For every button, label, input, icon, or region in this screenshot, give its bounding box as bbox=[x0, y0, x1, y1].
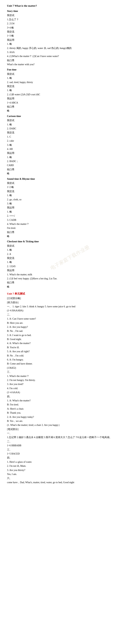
story-try-label: 我尝试 bbox=[7, 14, 133, 17]
cartoon-ex-2: 2. cake bbox=[7, 139, 133, 143]
cartoon-try-1: 1. 略 bbox=[7, 123, 133, 126]
test-section1-answer: (1~6 BAAABA) bbox=[7, 309, 133, 312]
checkout-speaking-label: 拓口秀 bbox=[7, 281, 133, 284]
test-s2-6b: B: Come and have dinner. bbox=[7, 362, 133, 366]
sound-ex-1: 1. 略 bbox=[7, 194, 133, 197]
w-s4-4: Yes, I am. bbox=[7, 472, 133, 476]
test-s2-answer: (136452) bbox=[7, 366, 133, 370]
cartoon-use-2b: CABD bbox=[7, 164, 133, 167]
sound-ex-2: 2. go, cloth, so bbox=[7, 198, 133, 202]
test-section3-label: 三、 bbox=[7, 370, 133, 374]
sound-rhyme-section: Sound time & Rhyme time 我尝试 1~2 略 我交流 1.… bbox=[7, 177, 133, 238]
cartoon-ex-1: 1. C bbox=[7, 135, 133, 139]
checkout-ticking-section: Checkout time & Ticking time 我尝试 1. 略 2.… bbox=[7, 240, 133, 289]
checkout-ex-2: 2. 13245 bbox=[7, 264, 133, 268]
story-speaking-1: What's the matter with you? bbox=[7, 62, 133, 66]
checkout-ex-1: 1. 略 bbox=[7, 260, 133, 264]
test-s2-3b: B: Good night. bbox=[7, 338, 133, 341]
fun-try-1: 1. 略 bbox=[7, 76, 133, 80]
cartoon-speaking-1: 略 bbox=[7, 172, 133, 176]
w-section3-label: 三、 bbox=[7, 448, 133, 452]
w-s6-1: come have，Dad, What's, matter, tired, wa… bbox=[7, 480, 133, 484]
oral-part-label: [口试部分略] bbox=[7, 296, 133, 300]
w-s1-1: 1.忘记带 2.做好 3.遇点水 4.去睡觉 5.我不渴 6.觉得大大 7.怎么… bbox=[7, 436, 133, 439]
fun-speaking-label: 拓口秀 bbox=[7, 105, 133, 109]
story-use-1: 1. 略 bbox=[7, 42, 133, 46]
fun-exchange-label: 我交流 bbox=[7, 84, 133, 88]
test-s4-answer: (1. What's the matter; tired; a chair 2.… bbox=[7, 423, 133, 427]
fun-use-label: 我运用 bbox=[7, 97, 133, 100]
unit7-header: Unit 7 What is the matter? bbox=[7, 4, 133, 8]
test-s4-1d: B: Thank you. bbox=[7, 411, 133, 415]
test-s3-3: 3. Are you tired? bbox=[7, 382, 133, 386]
fun-speaking-1: 略 bbox=[7, 109, 133, 113]
story-use-label: 我运用 bbox=[7, 38, 133, 42]
test-s4-2b: B: Yes，we are. bbox=[7, 419, 133, 423]
story-speaking-label: 拓口秀 bbox=[7, 58, 133, 62]
test-s2-5b: B: No，I'm cold. bbox=[7, 354, 133, 358]
story-2: 2. 2134 bbox=[7, 22, 133, 26]
sound-use-2: 2. ×××√ bbox=[7, 214, 133, 218]
cartoon-speaking-label: 拓口秀 bbox=[7, 168, 133, 172]
test-s4-2a: 2. A: Are you happy today? bbox=[7, 415, 133, 419]
test-section1-label: 一、 1. tiger 2. kite 3. think 4. hungry 5… bbox=[7, 305, 133, 308]
test-s2-6a: 6. A: I'm hungry. bbox=[7, 358, 133, 362]
fun-try-2: 2. sad, tired, happy, thirsty bbox=[7, 80, 133, 84]
test-s4-1a: 1. A: What's the matter? bbox=[7, 399, 133, 402]
sound-ex-3: 3. 略 bbox=[7, 202, 133, 206]
test-s2-4b: B: You're ill. bbox=[7, 346, 133, 350]
story-3: 3~4 略 bbox=[7, 26, 133, 30]
sound-speaking-label: 拓口秀 bbox=[7, 230, 133, 234]
fun-try-label: 我尝试 bbox=[7, 72, 133, 76]
test-s2-1b: B: Here you are. bbox=[7, 321, 133, 325]
test-s2-2a: 2. A: Are you happy? bbox=[7, 325, 133, 329]
sound-exchange-label: 我交流 bbox=[7, 190, 133, 193]
checkout-ticking-title: Checkout time & Ticking time bbox=[7, 240, 133, 244]
w-s4-1: 1. Here's a glass of water. bbox=[7, 460, 133, 464]
cartoon-exchange-label: 我交流 bbox=[7, 131, 133, 134]
cartoon-try-label: 我尝试 bbox=[7, 118, 133, 122]
story-time-section: Story time 我尝试 1.怎么了？ 2. 2134 3~4 略 我交流 … bbox=[7, 9, 133, 66]
test-s2-5a: 5. A: Are you all right? bbox=[7, 350, 133, 354]
story-1: 1.怎么了？ bbox=[7, 18, 133, 22]
checkout-speaking-1: 略 bbox=[7, 285, 133, 289]
sound-try-label: 我尝试 bbox=[7, 181, 133, 185]
w-section4-label: 四、 bbox=[7, 456, 133, 460]
test-s4-1b: B: I'm tired. bbox=[7, 403, 133, 406]
test-s3-1: 1. What's the matter？ bbox=[7, 374, 133, 378]
listening-part-label: [听力部分] bbox=[7, 301, 133, 304]
checkout-try-2: 2. A bbox=[7, 252, 133, 256]
test-s2-1a: 1. A: Can I have some water? bbox=[7, 317, 133, 321]
sound-speaking-1: 略 bbox=[7, 234, 133, 238]
test-s3-2: 2. I'm not hungry. I'm thirsty. bbox=[7, 378, 133, 382]
checkout-use-1: 1. What's the matter, milk bbox=[7, 273, 133, 276]
sound-use-4: 4. What's the matter？ bbox=[7, 222, 133, 226]
story-time-title: Story time bbox=[7, 9, 133, 13]
sound-use-label: 我运用 bbox=[7, 206, 133, 210]
fun-ex-2: 2. (1)B water (2)A (3)D coat (4)C bbox=[7, 93, 133, 96]
sound-use-3: 3. CADB bbox=[7, 218, 133, 222]
fun-ex-1: 1. 略 bbox=[7, 88, 133, 92]
cartoon-time-title: Cartoon time bbox=[7, 114, 133, 118]
checkout-exchange-label: 我交流 bbox=[7, 256, 133, 260]
w-s4-2: 2. I'm not ill, Mum. bbox=[7, 464, 133, 468]
w-section1-label: 一、 bbox=[7, 432, 133, 435]
fun-time-title: Fun time bbox=[7, 68, 133, 72]
cartoon-ex-3: 3. 略 bbox=[7, 143, 133, 147]
test-section4-label: 四、 bbox=[7, 395, 133, 398]
unit7-test-title: Unit 7 单元测试 bbox=[7, 292, 133, 296]
cartoon-try-2: 2. DABC bbox=[7, 127, 133, 130]
unit-title: Unit 7 What is the matter? bbox=[7, 4, 133, 8]
test-s2-4a: 4. A: What's the matter? bbox=[7, 342, 133, 345]
checkout-use-2: 2. (1)I feel very happy. (2)Have a hot d… bbox=[7, 277, 133, 280]
test-s3-answer: (1~4 AAAA) bbox=[7, 390, 133, 394]
checkout-try-1: 1. 略 bbox=[7, 248, 133, 252]
story-ex-1: 1~3 略 bbox=[7, 34, 133, 38]
w-s2-1: 1~6 BBBABB bbox=[7, 444, 133, 448]
checkout-try-label: 我尝试 bbox=[7, 244, 133, 248]
sound-use-5: I'm tired. bbox=[7, 226, 133, 230]
test-s3-4: 4. I'm cold. bbox=[7, 386, 133, 390]
fun-time-section: Fun time 我尝试 1. 略 2. sad, tired, happy, … bbox=[7, 68, 133, 113]
w-section6-label: 六、 bbox=[7, 476, 133, 480]
sound-rhyme-title: Sound time & Rhyme time bbox=[7, 177, 133, 181]
